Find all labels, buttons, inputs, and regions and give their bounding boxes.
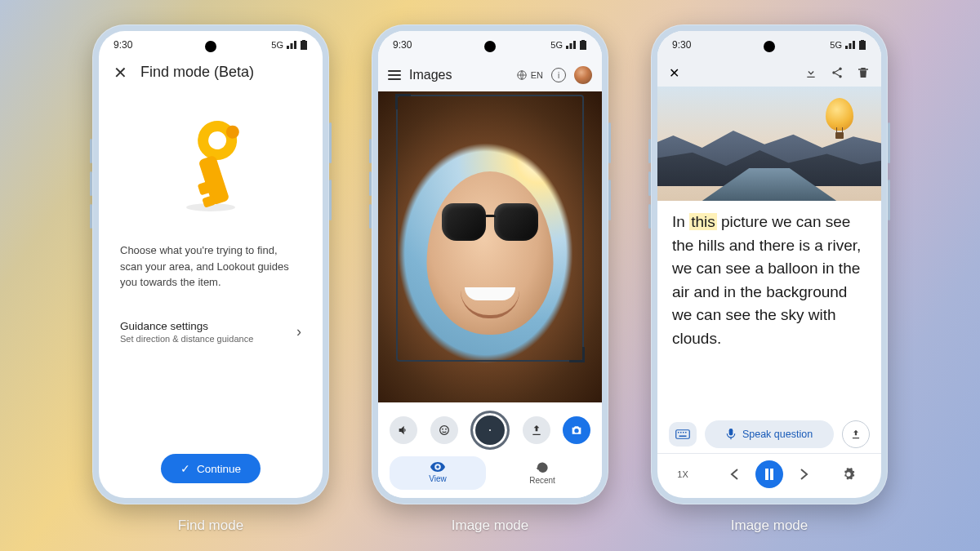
balloon-icon xyxy=(826,98,853,131)
toolbar: ✕ xyxy=(657,59,881,87)
network-label: 5G xyxy=(550,40,563,50)
svg-point-9 xyxy=(442,429,443,430)
guidance-settings-row[interactable]: Guidance settings Set direction & distan… xyxy=(120,315,301,349)
playback-nav: 1X xyxy=(657,453,881,498)
svg-point-14 xyxy=(839,75,841,78)
svg-rect-22 xyxy=(765,469,768,480)
phone-frame-3: 9:30 5G ✕ xyxy=(651,24,888,504)
keyboard-button[interactable] xyxy=(669,422,697,447)
tab-recent[interactable]: Recent xyxy=(494,456,590,490)
delete-icon[interactable] xyxy=(857,66,870,79)
close-icon[interactable]: ✕ xyxy=(114,64,127,81)
eye-icon xyxy=(430,461,445,473)
phone-frame-1: 9:30 5G ✕ Find mode (Beta) xyxy=(92,24,329,504)
pause-button[interactable] xyxy=(755,460,783,488)
signal-icon xyxy=(287,41,296,49)
battery-icon xyxy=(858,40,866,50)
screen-1: 9:30 5G ✕ Find mode (Beta) xyxy=(99,31,323,498)
camera-controls xyxy=(378,402,602,453)
svg-rect-19 xyxy=(685,432,687,433)
chevron-right-icon: › xyxy=(296,323,301,340)
screen-2: 9:30 5G Images EN i xyxy=(378,31,602,498)
desc-pre: In xyxy=(672,213,689,230)
check-icon: ✓ xyxy=(180,462,190,475)
caption-3: Image mode xyxy=(731,518,808,534)
image-description: In this picture we can see the hills and… xyxy=(657,201,881,415)
status-right: 5G xyxy=(830,40,866,50)
description-text: Choose what you're trying to find, scan … xyxy=(120,242,301,291)
continue-button[interactable]: ✓ Continue xyxy=(161,454,261,483)
svg-rect-17 xyxy=(680,432,682,433)
avatar[interactable] xyxy=(574,66,592,84)
menu-icon[interactable] xyxy=(388,70,401,80)
bottom-tabs: View Recent xyxy=(378,453,602,498)
camera-mode-button[interactable] xyxy=(563,416,590,444)
screen-3: 9:30 5G ✕ xyxy=(657,31,881,498)
ask-row: Speak question xyxy=(657,415,881,453)
language-button[interactable]: EN xyxy=(516,69,543,81)
phone-1-wrap: 9:30 5G ✕ Find mode (Beta) xyxy=(92,24,329,534)
key-illustration xyxy=(166,112,256,218)
history-icon xyxy=(536,461,549,474)
prev-button[interactable] xyxy=(723,463,746,486)
upload-button[interactable] xyxy=(523,416,550,444)
header-title: Images xyxy=(409,68,452,82)
tab-view-label: View xyxy=(429,474,447,483)
camera-hole xyxy=(205,41,216,52)
settings-subtitle: Set direction & distance guidance xyxy=(120,334,253,344)
close-icon[interactable]: ✕ xyxy=(669,65,679,81)
svg-point-12 xyxy=(839,68,841,70)
caption-1: Find mode xyxy=(178,518,243,534)
svg-rect-16 xyxy=(678,432,679,433)
app-header: Images EN i xyxy=(378,59,602,91)
face-detect-button[interactable] xyxy=(430,416,458,444)
svg-point-11 xyxy=(436,465,439,469)
shutter-button[interactable] xyxy=(470,411,510,450)
svg-rect-23 xyxy=(770,469,773,480)
settings-button[interactable] xyxy=(842,468,870,481)
footer: ✓ Continue xyxy=(99,439,323,498)
status-right: 5G xyxy=(271,40,308,50)
globe-icon xyxy=(516,69,528,81)
download-icon[interactable] xyxy=(804,66,817,79)
svg-rect-20 xyxy=(679,436,687,438)
tab-recent-label: Recent xyxy=(529,476,555,485)
camera-hole xyxy=(484,41,496,52)
status-time: 9:30 xyxy=(393,39,412,51)
language-label: EN xyxy=(531,70,543,80)
svg-rect-21 xyxy=(729,429,733,436)
continue-label: Continue xyxy=(197,463,241,475)
desc-highlight: this xyxy=(689,213,717,230)
speak-label: Speak question xyxy=(742,429,813,440)
signal-icon xyxy=(566,41,576,49)
signal-icon xyxy=(845,41,855,49)
export-button[interactable] xyxy=(842,420,870,448)
described-image xyxy=(657,87,881,201)
next-button[interactable] xyxy=(793,463,816,486)
svg-rect-15 xyxy=(676,430,690,439)
network-label: 5G xyxy=(271,40,283,50)
phone-2-wrap: 9:30 5G Images EN i xyxy=(372,24,608,534)
camera-viewfinder xyxy=(378,91,602,402)
svg-rect-18 xyxy=(683,432,684,433)
camera-hole xyxy=(764,41,775,52)
promo-stage: 9:30 5G ✕ Find mode (Beta) xyxy=(0,0,980,551)
status-time: 9:30 xyxy=(114,39,132,51)
mic-icon xyxy=(726,429,736,440)
info-icon[interactable]: i xyxy=(551,68,566,82)
page-title: Find mode (Beta) xyxy=(140,64,254,81)
svg-rect-3 xyxy=(198,155,230,206)
phone-frame-2: 9:30 5G Images EN i xyxy=(372,24,608,504)
speed-button[interactable]: 1X xyxy=(669,469,697,479)
status-right: 5G xyxy=(550,40,587,50)
desc-post: picture we can see the hills and there i… xyxy=(672,213,861,347)
tab-view[interactable]: View xyxy=(390,456,486,490)
share-icon[interactable] xyxy=(831,66,844,79)
phone-3-wrap: 9:30 5G ✕ xyxy=(651,24,888,534)
svg-point-10 xyxy=(445,429,447,430)
sound-button[interactable] xyxy=(390,416,417,444)
speak-question-button[interactable]: Speak question xyxy=(705,420,834,448)
status-time: 9:30 xyxy=(672,39,691,51)
app-header: ✕ Find mode (Beta) xyxy=(99,59,323,87)
svg-point-8 xyxy=(439,426,448,435)
